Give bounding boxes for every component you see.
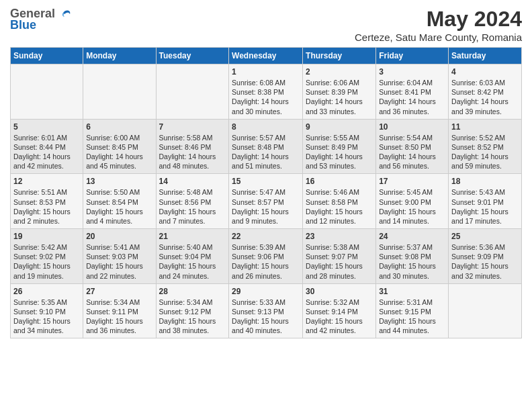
day-number: 18 bbox=[451, 177, 519, 186]
day-info: Sunrise: 5:47 AM Sunset: 8:57 PM Dayligh… bbox=[232, 187, 300, 226]
day-info: Sunrise: 6:08 AM Sunset: 8:38 PM Dayligh… bbox=[232, 78, 300, 116]
day-cell bbox=[449, 283, 522, 338]
day-number: 31 bbox=[379, 287, 445, 296]
day-cell bbox=[83, 64, 156, 120]
day-number: 21 bbox=[159, 232, 226, 241]
day-info: Sunrise: 5:36 AM Sunset: 9:09 PM Dayligh… bbox=[451, 242, 519, 281]
header-row: SundayMondayTuesdayWednesdayThursdayFrid… bbox=[11, 48, 522, 64]
day-number: 19 bbox=[13, 232, 80, 241]
day-info: Sunrise: 5:48 AM Sunset: 8:56 PM Dayligh… bbox=[159, 187, 226, 226]
day-cell: 24Sunrise: 5:37 AM Sunset: 9:08 PM Dayli… bbox=[376, 229, 449, 284]
day-number: 14 bbox=[159, 177, 226, 186]
day-cell: 23Sunrise: 5:38 AM Sunset: 9:07 PM Dayli… bbox=[303, 229, 376, 284]
day-cell: 29Sunrise: 5:33 AM Sunset: 9:13 PM Dayli… bbox=[229, 283, 303, 338]
day-number: 7 bbox=[159, 122, 226, 132]
header-monday: Monday bbox=[83, 48, 156, 64]
logo-blue-text: Blue bbox=[10, 18, 36, 32]
day-info: Sunrise: 5:38 AM Sunset: 9:07 PM Dayligh… bbox=[306, 242, 373, 281]
day-number: 25 bbox=[451, 232, 519, 241]
day-info: Sunrise: 5:37 AM Sunset: 9:08 PM Dayligh… bbox=[379, 242, 445, 281]
day-number: 9 bbox=[306, 122, 373, 132]
day-number: 10 bbox=[379, 122, 445, 132]
day-info: Sunrise: 5:35 AM Sunset: 9:10 PM Dayligh… bbox=[13, 298, 80, 336]
day-info: Sunrise: 5:57 AM Sunset: 8:48 PM Dayligh… bbox=[232, 133, 300, 171]
day-info: Sunrise: 5:51 AM Sunset: 8:53 PM Dayligh… bbox=[13, 187, 80, 226]
header-thursday: Thursday bbox=[303, 48, 376, 64]
logo-bird-icon bbox=[56, 7, 71, 21]
day-number: 22 bbox=[232, 232, 300, 241]
day-number: 17 bbox=[379, 177, 445, 186]
day-number: 20 bbox=[86, 232, 152, 241]
day-cell: 13Sunrise: 5:50 AM Sunset: 8:54 PM Dayli… bbox=[83, 174, 156, 229]
day-info: Sunrise: 5:50 AM Sunset: 8:54 PM Dayligh… bbox=[86, 187, 152, 226]
day-number: 23 bbox=[306, 232, 373, 241]
day-cell: 30Sunrise: 5:32 AM Sunset: 9:14 PM Dayli… bbox=[303, 283, 376, 338]
day-number: 6 bbox=[86, 122, 152, 132]
week-row-4: 19Sunrise: 5:42 AM Sunset: 9:02 PM Dayli… bbox=[11, 229, 522, 284]
day-number: 27 bbox=[86, 287, 152, 296]
day-cell: 15Sunrise: 5:47 AM Sunset: 8:57 PM Dayli… bbox=[229, 174, 303, 229]
day-cell: 4Sunrise: 6:03 AM Sunset: 8:42 PM Daylig… bbox=[449, 64, 522, 120]
day-info: Sunrise: 6:04 AM Sunset: 8:41 PM Dayligh… bbox=[379, 78, 445, 116]
calendar-subtitle: Certeze, Satu Mare County, Romania bbox=[355, 32, 522, 43]
day-cell: 2Sunrise: 6:06 AM Sunset: 8:39 PM Daylig… bbox=[303, 64, 376, 120]
calendar-title: May 2024 bbox=[355, 7, 522, 32]
day-info: Sunrise: 5:54 AM Sunset: 8:50 PM Dayligh… bbox=[379, 133, 445, 171]
day-cell: 25Sunrise: 5:36 AM Sunset: 9:09 PM Dayli… bbox=[449, 229, 522, 284]
day-info: Sunrise: 5:55 AM Sunset: 8:49 PM Dayligh… bbox=[306, 133, 373, 171]
day-cell: 10Sunrise: 5:54 AM Sunset: 8:50 PM Dayli… bbox=[376, 119, 449, 174]
day-info: Sunrise: 6:01 AM Sunset: 8:44 PM Dayligh… bbox=[13, 133, 80, 171]
day-cell: 1Sunrise: 6:08 AM Sunset: 8:38 PM Daylig… bbox=[229, 64, 303, 120]
day-number: 30 bbox=[306, 287, 373, 296]
day-number: 3 bbox=[379, 67, 445, 77]
day-cell: 14Sunrise: 5:48 AM Sunset: 8:56 PM Dayli… bbox=[156, 174, 229, 229]
page-header: General Blue May 2024 Certeze, Satu Mare… bbox=[10, 7, 522, 43]
header-saturday: Saturday bbox=[449, 48, 522, 64]
day-info: Sunrise: 6:03 AM Sunset: 8:42 PM Dayligh… bbox=[451, 78, 519, 116]
week-row-1: 1Sunrise: 6:08 AM Sunset: 8:38 PM Daylig… bbox=[11, 64, 522, 120]
calendar-table: SundayMondayTuesdayWednesdayThursdayFrid… bbox=[10, 47, 522, 338]
day-cell bbox=[11, 64, 83, 120]
header-sunday: Sunday bbox=[11, 48, 83, 64]
day-cell: 28Sunrise: 5:34 AM Sunset: 9:12 PM Dayli… bbox=[156, 283, 229, 338]
day-info: Sunrise: 5:45 AM Sunset: 9:00 PM Dayligh… bbox=[379, 187, 445, 226]
day-number: 12 bbox=[13, 177, 80, 186]
day-info: Sunrise: 6:06 AM Sunset: 8:39 PM Dayligh… bbox=[306, 78, 373, 116]
day-number: 28 bbox=[159, 287, 226, 296]
day-number: 26 bbox=[13, 287, 80, 296]
day-cell: 18Sunrise: 5:43 AM Sunset: 9:01 PM Dayli… bbox=[449, 174, 522, 229]
day-number: 29 bbox=[232, 287, 300, 296]
day-cell: 20Sunrise: 5:41 AM Sunset: 9:03 PM Dayli… bbox=[83, 229, 156, 284]
day-cell: 31Sunrise: 5:31 AM Sunset: 9:15 PM Dayli… bbox=[376, 283, 449, 338]
header-tuesday: Tuesday bbox=[156, 48, 229, 64]
day-number: 8 bbox=[232, 122, 300, 132]
day-cell: 3Sunrise: 6:04 AM Sunset: 8:41 PM Daylig… bbox=[376, 64, 449, 120]
day-cell: 19Sunrise: 5:42 AM Sunset: 9:02 PM Dayli… bbox=[11, 229, 83, 284]
day-info: Sunrise: 5:46 AM Sunset: 8:58 PM Dayligh… bbox=[306, 187, 373, 226]
day-info: Sunrise: 5:39 AM Sunset: 9:06 PM Dayligh… bbox=[232, 242, 300, 281]
day-cell bbox=[156, 64, 229, 120]
day-number: 2 bbox=[306, 67, 373, 77]
day-cell: 11Sunrise: 5:52 AM Sunset: 8:52 PM Dayli… bbox=[449, 119, 522, 174]
day-info: Sunrise: 5:43 AM Sunset: 9:01 PM Dayligh… bbox=[451, 187, 519, 226]
day-cell: 8Sunrise: 5:57 AM Sunset: 8:48 PM Daylig… bbox=[229, 119, 303, 174]
title-block: May 2024 Certeze, Satu Mare County, Roma… bbox=[355, 7, 522, 43]
day-cell: 5Sunrise: 6:01 AM Sunset: 8:44 PM Daylig… bbox=[11, 119, 83, 174]
day-cell: 22Sunrise: 5:39 AM Sunset: 9:06 PM Dayli… bbox=[229, 229, 303, 284]
day-info: Sunrise: 5:34 AM Sunset: 9:11 PM Dayligh… bbox=[86, 298, 152, 336]
day-info: Sunrise: 5:31 AM Sunset: 9:15 PM Dayligh… bbox=[379, 298, 445, 336]
header-friday: Friday bbox=[376, 48, 449, 64]
day-info: Sunrise: 5:40 AM Sunset: 9:04 PM Dayligh… bbox=[159, 242, 226, 281]
day-cell: 9Sunrise: 5:55 AM Sunset: 8:49 PM Daylig… bbox=[303, 119, 376, 174]
day-info: Sunrise: 5:32 AM Sunset: 9:14 PM Dayligh… bbox=[306, 298, 373, 336]
week-row-3: 12Sunrise: 5:51 AM Sunset: 8:53 PM Dayli… bbox=[11, 174, 522, 229]
day-number: 13 bbox=[86, 177, 152, 186]
day-cell: 16Sunrise: 5:46 AM Sunset: 8:58 PM Dayli… bbox=[303, 174, 376, 229]
day-cell: 6Sunrise: 6:00 AM Sunset: 8:45 PM Daylig… bbox=[83, 119, 156, 174]
day-info: Sunrise: 5:33 AM Sunset: 9:13 PM Dayligh… bbox=[232, 298, 300, 336]
day-number: 5 bbox=[13, 122, 80, 132]
day-number: 24 bbox=[379, 232, 445, 241]
logo: General Blue bbox=[10, 7, 71, 32]
day-info: Sunrise: 5:42 AM Sunset: 9:02 PM Dayligh… bbox=[13, 242, 80, 281]
day-info: Sunrise: 5:58 AM Sunset: 8:46 PM Dayligh… bbox=[159, 133, 226, 171]
